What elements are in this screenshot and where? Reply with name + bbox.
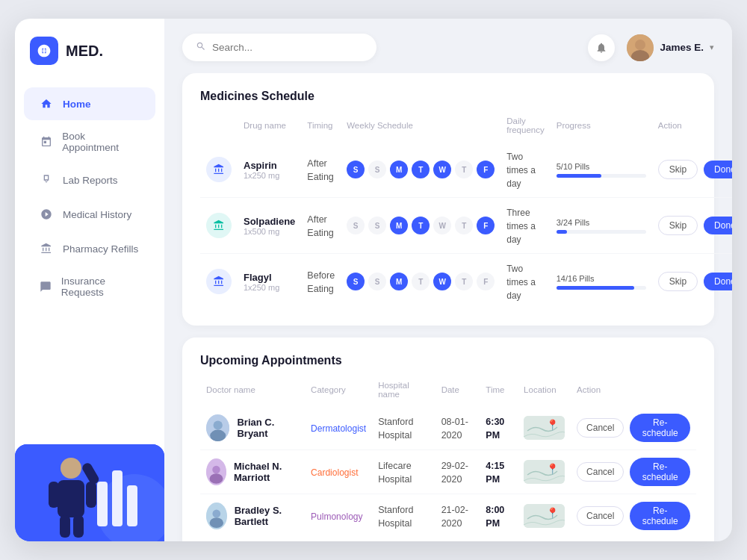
category-badge: Pulmonology — [311, 511, 362, 522]
sidebar-item-insurance[interactable]: Insurance Requests — [24, 267, 155, 307]
reschedule-button[interactable]: Re-schedule — [630, 502, 690, 530]
done-button[interactable]: Done — [704, 217, 732, 234]
day-pill: W — [433, 273, 451, 290]
day-pill: S — [368, 217, 386, 234]
timing-text: Before Eating — [307, 270, 335, 294]
progress-bar-fill — [557, 230, 567, 234]
doctor-info: Brian C. Bryant — [206, 414, 299, 441]
drug-name: Flagyl — [244, 272, 295, 283]
sidebar-item-pharmacy-label: Pharmacy Refills — [63, 243, 138, 255]
med-action-cell: Skip Done — [652, 254, 732, 310]
col-drug-name: Drug name — [238, 116, 301, 142]
doctor-info: Bradley S. Bartlett — [206, 503, 299, 529]
action-buttons: Skip Done — [658, 216, 732, 235]
col-action: Action — [652, 116, 732, 142]
sidebar-item-book-appointment[interactable]: Book Appointment — [24, 122, 155, 162]
col-progress: Progress — [551, 116, 652, 142]
skip-button[interactable]: Skip — [658, 160, 698, 179]
progress-bar-bg — [557, 230, 646, 234]
progress-label: 5/10 Pills — [557, 162, 646, 171]
col-timing: Timing — [301, 116, 341, 142]
action-buttons: Skip Done — [658, 272, 732, 291]
done-button[interactable]: Done — [704, 161, 732, 178]
appointment-date: 21-02-2020 — [441, 505, 468, 529]
search-icon — [196, 41, 206, 54]
skip-button[interactable]: Skip — [658, 272, 698, 291]
cancel-button[interactable]: Cancel — [577, 462, 624, 482]
sidebar-item-book-label: Book Appointment — [62, 131, 140, 153]
sidebar-item-lab-reports[interactable]: Lab Reports — [24, 164, 155, 196]
sidebar-item-medical-history[interactable]: Medical History — [24, 198, 155, 231]
svg-rect-4 — [112, 470, 123, 526]
day-pill: S — [347, 217, 365, 234]
drug-dose: 1x250 mg — [244, 171, 295, 180]
doctor-cell: Brian C. Bryant — [200, 406, 305, 450]
progress-label: 14/16 Pills — [557, 274, 646, 283]
reschedule-button[interactable]: Re-schedule — [630, 458, 690, 486]
date-cell: 08-01-2020 — [436, 406, 480, 450]
appointment-row: Bradley S. Bartlett Pulmonology Stanford… — [200, 494, 696, 538]
day-pills: SSMTWTF — [347, 161, 495, 178]
sidebar-logo: MED. — [15, 37, 164, 86]
doctor-info: Michael N. Marriott — [206, 458, 299, 485]
day-pill: F — [477, 273, 495, 290]
done-button[interactable]: Done — [704, 273, 732, 290]
med-days-cell: SSMTWTF — [341, 142, 500, 198]
cancel-button[interactable]: Cancel — [577, 418, 624, 438]
appointments-table: Doctor name Category Hospital name Date … — [200, 381, 696, 538]
svg-rect-12 — [73, 515, 84, 538]
progress-label: 3/24 Pills — [557, 218, 646, 227]
hospital-cell: Stanford Hospital — [372, 406, 436, 450]
appt-action-buttons: Cancel Re-schedule — [577, 502, 690, 530]
med-timing-cell: Before Eating — [301, 254, 341, 310]
med-name-cell: Aspirin 1x250 mg — [238, 142, 301, 198]
drug-name: Solpadiene — [244, 216, 295, 227]
day-pill: F — [477, 217, 495, 234]
user-profile[interactable]: James E. ▾ — [627, 34, 714, 61]
frequency-text: Three times a day — [506, 208, 536, 245]
day-pill: M — [390, 217, 408, 234]
top-bar: James E. ▾ — [164, 19, 732, 73]
svg-point-26 — [210, 517, 223, 528]
chevron-down-icon: ▾ — [710, 43, 714, 52]
category-cell: Pulmonology — [305, 494, 372, 538]
hospital-name: Lifecare Hospital — [378, 461, 412, 485]
content-area: Medicines Schedule Drug name Timing Week… — [164, 73, 732, 541]
sidebar-item-history-label: Medical History — [63, 209, 131, 220]
appointment-date: 29-02-2020 — [441, 461, 468, 485]
day-pill: M — [390, 273, 408, 290]
frequency-text: Two times a day — [506, 152, 536, 189]
appointment-date: 08-01-2020 — [441, 417, 468, 441]
col-category: Category — [305, 381, 372, 406]
location-cell: 📍 — [518, 494, 571, 538]
svg-rect-5 — [127, 485, 137, 526]
cancel-button[interactable]: Cancel — [577, 506, 624, 526]
med-days-cell: SSMTWTF — [341, 198, 500, 254]
reschedule-button[interactable]: Re-schedule — [630, 414, 690, 442]
svg-rect-8 — [49, 482, 59, 508]
sidebar-item-home[interactable]: Home — [24, 87, 155, 120]
svg-rect-7 — [58, 480, 84, 517]
doctor-avatar — [206, 503, 227, 529]
search-box[interactable] — [182, 34, 376, 61]
med-freq-cell: Two times a day — [500, 254, 551, 310]
appointment-row: Michael N. Marriott Cardiologist Lifecar… — [200, 450, 696, 494]
doctor-cell: Bradley S. Bartlett — [200, 494, 305, 538]
skip-button[interactable]: Skip — [658, 216, 698, 235]
time-cell: 8:00 PM — [480, 494, 518, 538]
svg-point-6 — [61, 458, 81, 479]
sidebar-item-pharmacy-refills[interactable]: Pharmacy Refills — [24, 232, 155, 265]
progress-bar-fill — [557, 286, 634, 290]
search-input[interactable] — [212, 42, 363, 53]
timing-text: After Eating — [307, 158, 333, 182]
notification-bell[interactable] — [588, 34, 615, 61]
date-cell: 29-02-2020 — [436, 450, 480, 494]
svg-rect-11 — [60, 515, 70, 538]
svg-point-17 — [214, 420, 223, 429]
day-pill: T — [412, 217, 430, 234]
map-thumbnail: 📍 — [524, 504, 565, 528]
medicine-row: Aspirin 1x250 mg After Eating SSMTWTF Tw… — [200, 142, 732, 198]
med-progress-cell: 5/10 Pills — [551, 142, 652, 198]
sidebar: MED. Home Book Appointment Lab Reports — [15, 19, 164, 541]
svg-point-14 — [635, 40, 645, 50]
